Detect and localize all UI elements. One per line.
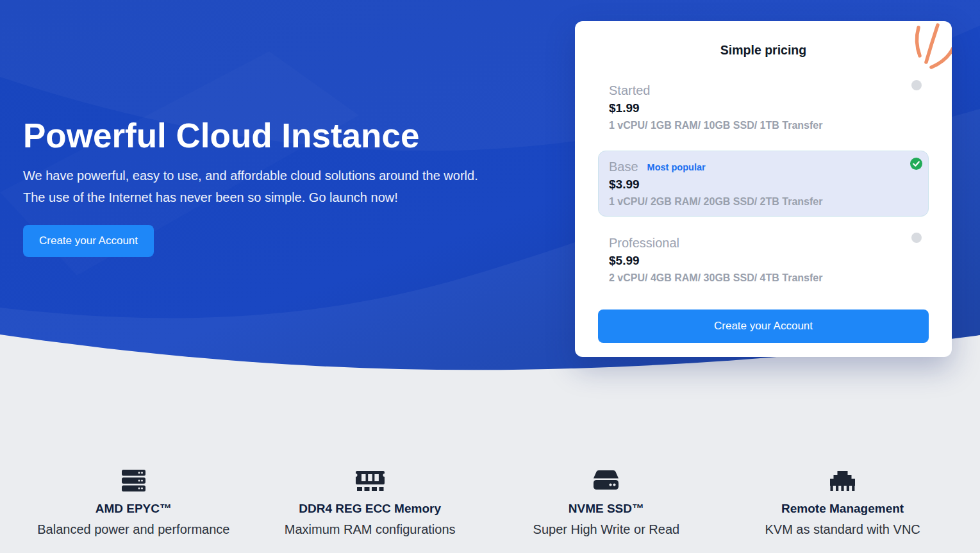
server-icon [15,470,252,491]
hero-subtitle: We have powerful, easy to use, and affor… [23,165,555,208]
pricing-card: Simple pricing Started $1.99 1 vCPU/ 1GB… [575,21,952,357]
plan-name: Base [609,160,638,174]
plan-row-base[interactable]: Base Most popular $3.99 1 vCPU/ 2GB RAM/… [598,151,929,217]
plan-name: Professional [609,236,679,251]
features-section: AMD EPYC™ Balanced power and performance… [0,470,980,537]
feature-ddr4-memory: DDR4 REG ECC Memory Maximum RAM configur… [252,470,488,537]
hero-subtitle-line2: The use of the Internet has never been s… [23,186,555,208]
feature-remote-management: Remote Management KVM as standard with V… [724,470,961,537]
hero-section: Powerful Cloud Instance We have powerful… [23,117,555,257]
feature-subtitle: Maximum RAM configurations [252,522,488,537]
memory-icon [252,470,488,491]
plan-list: Started $1.99 1 vCPU/ 1GB RAM/ 10GB SSD/… [598,74,929,293]
ethernet-icon [724,470,961,491]
plan-price: $5.99 [609,254,918,268]
plan-specs: 1 vCPU/ 2GB RAM/ 20GB SSD/ 2TB Transfer [609,196,918,208]
feature-title: Remote Management [724,502,961,516]
feature-nvme-ssd: NVME SSD™ Super High Write or Read [488,470,725,537]
radio-unselected-icon[interactable] [911,80,922,90]
create-account-button-card[interactable]: Create your Account [598,310,929,343]
feature-amd-epyc: AMD EPYC™ Balanced power and performance [15,470,252,537]
plan-specs: 1 vCPU/ 1GB RAM/ 10GB SSD/ 1TB Transfer [609,120,918,131]
hdd-icon [488,470,725,491]
most-popular-badge: Most popular [647,162,706,172]
plan-row-started[interactable]: Started $1.99 1 vCPU/ 1GB RAM/ 10GB SSD/… [598,74,929,140]
plan-price: $1.99 [609,101,918,115]
check-icon[interactable] [910,158,922,170]
plan-price: $3.99 [609,177,918,192]
plan-row-professional[interactable]: Professional $5.99 2 vCPU/ 4GB RAM/ 30GB… [598,227,929,293]
pricing-title: Simple pricing [575,43,952,58]
feature-title: DDR4 REG ECC Memory [252,502,488,516]
feature-title: AMD EPYC™ [15,502,252,516]
orange-swoosh-decoration [899,21,952,74]
hero-subtitle-line1: We have powerful, easy to use, and affor… [23,165,555,186]
page-title: Powerful Cloud Instance [23,117,555,154]
feature-subtitle: KVM as standard with VNC [724,522,961,537]
create-account-button[interactable]: Create your Account [23,225,154,257]
plan-specs: 2 vCPU/ 4GB RAM/ 30GB SSD/ 4TB Transfer [609,272,918,284]
feature-title: NVME SSD™ [488,502,725,516]
feature-subtitle: Balanced power and performance [15,522,252,537]
plan-name: Started [609,83,650,98]
feature-subtitle: Super High Write or Read [488,522,725,537]
radio-unselected-icon[interactable] [911,233,922,243]
